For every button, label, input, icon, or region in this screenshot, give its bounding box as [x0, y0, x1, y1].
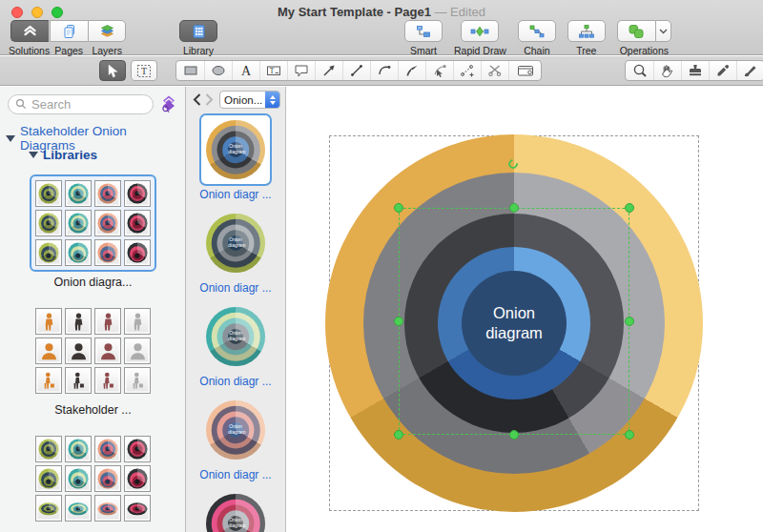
- library-cell[interactable]: [124, 180, 151, 207]
- library-cell[interactable]: [35, 436, 62, 462]
- library-cell[interactable]: [65, 338, 92, 364]
- tree-button[interactable]: [567, 20, 606, 42]
- find-solutions-button[interactable]: [159, 94, 178, 113]
- search-input[interactable]: Search: [8, 94, 154, 114]
- sector-shading-overlay: [39, 214, 59, 234]
- smart-button[interactable]: [404, 20, 443, 42]
- line-tool[interactable]: [342, 61, 370, 80]
- library-cell[interactable]: [65, 465, 92, 492]
- rectangle-tool[interactable]: [176, 61, 204, 80]
- standing-person-icon: [98, 312, 118, 332]
- library-cell[interactable]: [35, 338, 62, 364]
- library-cell[interactable]: [94, 308, 121, 335]
- library-item-3[interactable]: Onion diagramOnion diagr ...: [199, 394, 272, 487]
- eyedropper-tool[interactable]: [709, 61, 736, 80]
- resize-handle[interactable]: [394, 203, 403, 213]
- onion-thumbnail: [69, 243, 89, 263]
- resize-handle[interactable]: [509, 430, 519, 440]
- onion-thumbnail: [128, 501, 148, 514]
- forward-button[interactable]: [203, 92, 216, 108]
- section-libraries[interactable]: Libraries: [29, 148, 97, 162]
- library-cell[interactable]: [94, 465, 121, 492]
- item-thumbnail: Onion diagram: [199, 113, 272, 186]
- library-item-4[interactable]: Onion diagramOnion diagr ...: [199, 487, 272, 532]
- solutions-button[interactable]: [10, 20, 49, 42]
- onion-thumbnail: [98, 214, 118, 234]
- library-cell[interactable]: [35, 239, 62, 266]
- pages-button[interactable]: [50, 20, 88, 42]
- chain-button[interactable]: [518, 20, 556, 42]
- layers-button[interactable]: [88, 20, 126, 42]
- operations-dropdown-button[interactable]: [655, 20, 671, 42]
- rapid-draw-button[interactable]: [461, 20, 499, 42]
- library-cell[interactable]: [124, 308, 151, 335]
- library-item-0[interactable]: Onion diagramOnion diagr ...: [199, 113, 272, 207]
- scissors-tool[interactable]: [481, 61, 508, 80]
- library-cell[interactable]: [35, 210, 62, 236]
- library-item-2[interactable]: Onion diagramOnion diagr ...: [199, 300, 272, 394]
- sector-shading-overlay: [39, 501, 59, 514]
- library-cell[interactable]: [35, 465, 62, 492]
- resize-handle[interactable]: [394, 430, 403, 440]
- library-cell[interactable]: [124, 338, 151, 364]
- library-dropdown[interactable]: Onion...: [219, 91, 280, 109]
- library-cell[interactable]: [65, 239, 92, 266]
- resize-handle[interactable]: [625, 430, 634, 440]
- library-cell[interactable]: [94, 180, 121, 207]
- library-cell[interactable]: [65, 180, 92, 207]
- library-button[interactable]: [179, 20, 217, 42]
- ellipse-tool[interactable]: [204, 61, 232, 80]
- library-cell[interactable]: [94, 210, 121, 236]
- text-tool[interactable]: A: [232, 61, 259, 80]
- callout-tool[interactable]: [287, 61, 315, 80]
- node-edit-tool[interactable]: [425, 61, 453, 80]
- library-cell[interactable]: [65, 367, 92, 394]
- library-cell[interactable]: [35, 180, 62, 207]
- arc-tool[interactable]: [370, 61, 398, 80]
- onion-thumbnail: [39, 214, 59, 234]
- library-cell[interactable]: [65, 436, 92, 462]
- library-cell[interactable]: [124, 495, 151, 522]
- svg-text:T: T: [270, 67, 275, 75]
- format-brush-tool[interactable]: [736, 61, 763, 80]
- library-cell[interactable]: [124, 367, 151, 394]
- library-cell[interactable]: [94, 338, 121, 364]
- resize-handle[interactable]: [394, 317, 403, 326]
- textbox-tool[interactable]: T: [259, 61, 287, 80]
- shape-parameters-tool[interactable]: [508, 61, 541, 80]
- pan-hand-tool[interactable]: [653, 61, 681, 80]
- library-cell[interactable]: [124, 239, 151, 266]
- drawing-toolbar: T A T: [0, 56, 763, 86]
- item-thumbnail: Onion diagram: [199, 207, 272, 279]
- library-cell[interactable]: [94, 367, 121, 394]
- library-cell[interactable]: [65, 495, 92, 522]
- back-button[interactable]: [191, 92, 203, 108]
- library-cell[interactable]: [35, 495, 62, 522]
- zoom-tool[interactable]: [626, 61, 653, 80]
- library-cell[interactable]: [65, 210, 92, 236]
- library-cell[interactable]: [94, 239, 121, 266]
- text-select-tool[interactable]: T: [131, 60, 157, 81]
- resize-handle[interactable]: [509, 203, 519, 213]
- drawing-canvas[interactable]: Oniondiagram: [286, 87, 763, 532]
- onion-thumbnail: [128, 243, 148, 263]
- library-cell[interactable]: [124, 436, 151, 462]
- resize-handle[interactable]: [625, 203, 634, 213]
- pen-tool[interactable]: [398, 61, 425, 80]
- library-cell[interactable]: [35, 367, 62, 394]
- library-cell[interactable]: [65, 308, 92, 335]
- stamp-tool[interactable]: [681, 61, 709, 80]
- resize-handle[interactable]: [625, 317, 634, 326]
- select-tool[interactable]: [99, 60, 126, 81]
- library-cell[interactable]: [94, 436, 121, 462]
- library-cell[interactable]: [35, 308, 62, 335]
- standing-person-icon: [128, 312, 148, 332]
- arrow-tool[interactable]: [315, 61, 342, 80]
- onion-thumbnail: [69, 469, 89, 489]
- library-item-1[interactable]: Onion diagramOnion diagr ...: [199, 207, 272, 300]
- library-cell[interactable]: [124, 465, 151, 492]
- library-cell[interactable]: [94, 495, 121, 522]
- add-anchor-tool[interactable]: [453, 61, 481, 80]
- library-cell[interactable]: [124, 210, 151, 236]
- operations-button[interactable]: [617, 20, 655, 42]
